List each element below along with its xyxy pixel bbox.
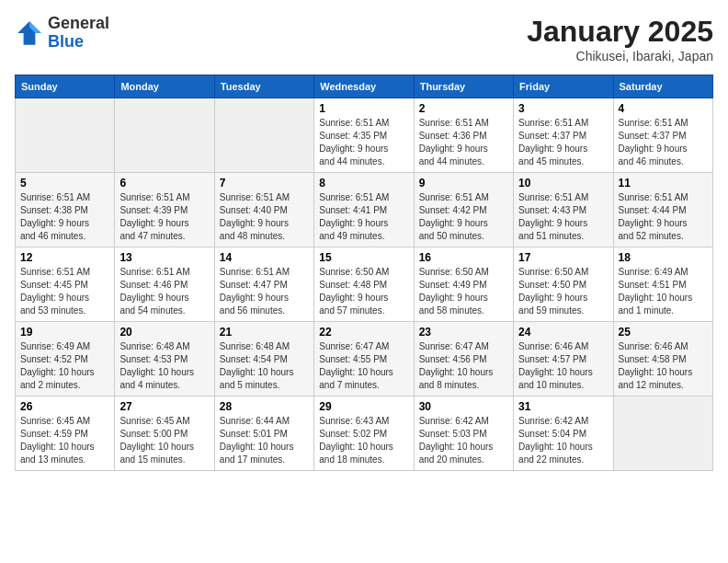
- day-of-week-header: Monday: [115, 75, 214, 98]
- calendar-cell: 28Sunrise: 6:44 AM Sunset: 5:01 PM Dayli…: [214, 396, 313, 471]
- calendar-cell: 6Sunrise: 6:51 AM Sunset: 4:39 PM Daylig…: [115, 173, 214, 247]
- calendar-week-row: 26Sunrise: 6:45 AM Sunset: 4:59 PM Dayli…: [16, 396, 713, 471]
- calendar-week-row: 5Sunrise: 6:51 AM Sunset: 4:38 PM Daylig…: [16, 173, 713, 247]
- day-of-week-header: Tuesday: [214, 75, 313, 98]
- day-number: 31: [518, 400, 608, 413]
- day-info: Sunrise: 6:50 AM Sunset: 4:49 PM Dayligh…: [419, 266, 508, 317]
- day-number: 7: [220, 177, 309, 190]
- day-info: Sunrise: 6:50 AM Sunset: 4:50 PM Dayligh…: [518, 266, 608, 317]
- calendar-cell: 10Sunrise: 6:51 AM Sunset: 4:43 PM Dayli…: [514, 173, 613, 247]
- calendar-cell: 7Sunrise: 6:51 AM Sunset: 4:40 PM Daylig…: [214, 173, 313, 247]
- day-number: 10: [518, 177, 608, 190]
- day-info: Sunrise: 6:51 AM Sunset: 4:37 PM Dayligh…: [518, 117, 608, 168]
- day-info: Sunrise: 6:46 AM Sunset: 4:58 PM Dayligh…: [619, 340, 708, 392]
- day-info: Sunrise: 6:49 AM Sunset: 4:51 PM Dayligh…: [619, 266, 708, 317]
- day-number: 9: [419, 177, 508, 190]
- calendar-cell: 9Sunrise: 6:51 AM Sunset: 4:42 PM Daylig…: [414, 173, 513, 247]
- day-info: Sunrise: 6:51 AM Sunset: 4:45 PM Dayligh…: [20, 266, 109, 317]
- day-number: 18: [619, 251, 708, 264]
- day-info: Sunrise: 6:51 AM Sunset: 4:47 PM Dayligh…: [220, 266, 309, 317]
- calendar-cell: 31Sunrise: 6:42 AM Sunset: 5:04 PM Dayli…: [514, 396, 613, 471]
- day-number: 6: [119, 177, 209, 190]
- location: Chikusei, Ibaraki, Japan: [527, 49, 713, 63]
- calendar-cell: 13Sunrise: 6:51 AM Sunset: 4:46 PM Dayli…: [115, 247, 214, 322]
- calendar-week-row: 19Sunrise: 6:49 AM Sunset: 4:52 PM Dayli…: [16, 322, 713, 396]
- calendar-cell: [115, 98, 214, 173]
- day-number: 23: [419, 326, 508, 339]
- day-info: Sunrise: 6:51 AM Sunset: 4:38 PM Dayligh…: [20, 191, 109, 243]
- day-number: 25: [619, 326, 708, 339]
- calendar-header-row: SundayMondayTuesdayWednesdayThursdayFrid…: [16, 75, 713, 98]
- calendar-body: 1Sunrise: 6:51 AM Sunset: 4:35 PM Daylig…: [16, 98, 713, 471]
- day-info: Sunrise: 6:51 AM Sunset: 4:39 PM Dayligh…: [119, 191, 209, 243]
- calendar-cell: [613, 396, 712, 471]
- day-number: 24: [518, 326, 608, 339]
- day-of-week-header: Sunday: [16, 75, 115, 98]
- day-number: 28: [220, 400, 309, 413]
- day-info: Sunrise: 6:51 AM Sunset: 4:42 PM Dayligh…: [419, 191, 508, 243]
- day-info: Sunrise: 6:51 AM Sunset: 4:44 PM Dayligh…: [619, 191, 708, 243]
- day-info: Sunrise: 6:47 AM Sunset: 4:55 PM Dayligh…: [319, 340, 408, 392]
- day-number: 26: [20, 400, 109, 413]
- day-number: 11: [619, 177, 708, 190]
- day-info: Sunrise: 6:45 AM Sunset: 5:00 PM Dayligh…: [119, 415, 209, 466]
- day-info: Sunrise: 6:51 AM Sunset: 4:43 PM Dayligh…: [518, 191, 608, 243]
- day-number: 19: [20, 326, 109, 339]
- calendar-cell: 21Sunrise: 6:48 AM Sunset: 4:54 PM Dayli…: [214, 322, 313, 396]
- day-number: 8: [319, 177, 408, 190]
- day-info: Sunrise: 6:51 AM Sunset: 4:40 PM Dayligh…: [220, 191, 309, 243]
- logo: General Blue: [15, 15, 109, 52]
- calendar-cell: 5Sunrise: 6:51 AM Sunset: 4:38 PM Daylig…: [16, 173, 115, 247]
- calendar-cell: 22Sunrise: 6:47 AM Sunset: 4:55 PM Dayli…: [314, 322, 414, 396]
- day-of-week-header: Friday: [514, 75, 613, 98]
- day-of-week-header: Wednesday: [314, 75, 414, 98]
- day-info: Sunrise: 6:43 AM Sunset: 5:02 PM Dayligh…: [319, 415, 408, 466]
- calendar-cell: 27Sunrise: 6:45 AM Sunset: 5:00 PM Dayli…: [115, 396, 214, 471]
- calendar-cell: 26Sunrise: 6:45 AM Sunset: 4:59 PM Dayli…: [16, 396, 115, 471]
- day-number: 22: [319, 326, 408, 339]
- day-of-week-header: Saturday: [613, 75, 712, 98]
- calendar-cell: 29Sunrise: 6:43 AM Sunset: 5:02 PM Dayli…: [314, 396, 414, 471]
- day-number: 5: [20, 177, 109, 190]
- day-info: Sunrise: 6:51 AM Sunset: 4:35 PM Dayligh…: [319, 117, 408, 168]
- day-number: 13: [119, 251, 209, 264]
- day-number: 3: [518, 102, 608, 115]
- day-info: Sunrise: 6:51 AM Sunset: 4:46 PM Dayligh…: [119, 266, 209, 317]
- day-number: 27: [119, 400, 209, 413]
- calendar-cell: 15Sunrise: 6:50 AM Sunset: 4:48 PM Dayli…: [314, 247, 414, 322]
- day-info: Sunrise: 6:45 AM Sunset: 4:59 PM Dayligh…: [20, 415, 109, 466]
- calendar-week-row: 12Sunrise: 6:51 AM Sunset: 4:45 PM Dayli…: [16, 247, 713, 322]
- day-number: 4: [619, 102, 708, 115]
- day-info: Sunrise: 6:51 AM Sunset: 4:37 PM Dayligh…: [619, 117, 708, 168]
- day-of-week-header: Thursday: [414, 75, 513, 98]
- day-number: 16: [419, 251, 508, 264]
- calendar-cell: 14Sunrise: 6:51 AM Sunset: 4:47 PM Dayli…: [214, 247, 313, 322]
- day-info: Sunrise: 6:48 AM Sunset: 4:53 PM Dayligh…: [119, 340, 209, 392]
- calendar-cell: 20Sunrise: 6:48 AM Sunset: 4:53 PM Dayli…: [115, 322, 214, 396]
- day-number: 30: [419, 400, 508, 413]
- calendar-cell: 3Sunrise: 6:51 AM Sunset: 4:37 PM Daylig…: [514, 98, 613, 173]
- day-info: Sunrise: 6:42 AM Sunset: 5:03 PM Dayligh…: [419, 415, 508, 466]
- day-info: Sunrise: 6:46 AM Sunset: 4:57 PM Dayligh…: [518, 340, 608, 392]
- day-number: 20: [119, 326, 209, 339]
- calendar-cell: 30Sunrise: 6:42 AM Sunset: 5:03 PM Dayli…: [414, 396, 513, 471]
- title-block: January 2025 Chikusei, Ibaraki, Japan: [527, 15, 713, 63]
- calendar-cell: 18Sunrise: 6:49 AM Sunset: 4:51 PM Dayli…: [613, 247, 712, 322]
- calendar-table: SundayMondayTuesdayWednesdayThursdayFrid…: [15, 75, 713, 471]
- calendar-cell: 25Sunrise: 6:46 AM Sunset: 4:58 PM Dayli…: [613, 322, 712, 396]
- day-number: 21: [220, 326, 309, 339]
- calendar-cell: 11Sunrise: 6:51 AM Sunset: 4:44 PM Dayli…: [613, 173, 712, 247]
- day-info: Sunrise: 6:51 AM Sunset: 4:36 PM Dayligh…: [419, 117, 508, 168]
- day-info: Sunrise: 6:50 AM Sunset: 4:48 PM Dayligh…: [319, 266, 408, 317]
- day-number: 29: [319, 400, 408, 413]
- calendar-week-row: 1Sunrise: 6:51 AM Sunset: 4:35 PM Daylig…: [16, 98, 713, 173]
- calendar-cell: 24Sunrise: 6:46 AM Sunset: 4:57 PM Dayli…: [514, 322, 613, 396]
- day-number: 15: [319, 251, 408, 264]
- day-number: 2: [419, 102, 508, 115]
- calendar-cell: 8Sunrise: 6:51 AM Sunset: 4:41 PM Daylig…: [314, 173, 414, 247]
- day-info: Sunrise: 6:47 AM Sunset: 4:56 PM Dayligh…: [419, 340, 508, 392]
- logo-icon: [15, 18, 44, 48]
- day-info: Sunrise: 6:48 AM Sunset: 4:54 PM Dayligh…: [220, 340, 309, 392]
- day-info: Sunrise: 6:51 AM Sunset: 4:41 PM Dayligh…: [319, 191, 408, 243]
- page-header: General Blue January 2025 Chikusei, Ibar…: [15, 15, 713, 63]
